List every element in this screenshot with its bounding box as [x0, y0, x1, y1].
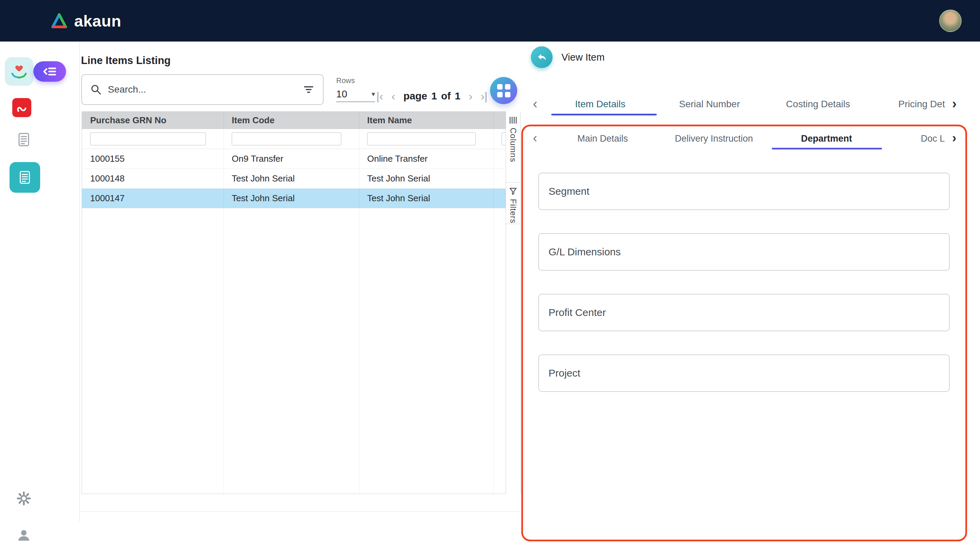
table-row-selected[interactable]: 1000147 Test John Serial Test John Seria…	[82, 189, 506, 208]
cell-item-name: Test John Serial	[359, 173, 493, 184]
chevron-down-icon: ▾	[372, 90, 375, 98]
column-header-item-code: Item Code	[224, 111, 359, 129]
secondary-tabs-scroll-left[interactable]: ‹	[533, 132, 537, 144]
column-separator	[493, 111, 494, 493]
filter-input-clipped[interactable]	[501, 132, 506, 145]
tab-item-details[interactable]: Item Details	[575, 99, 625, 110]
rows-per-page-label: Rows	[336, 76, 355, 85]
primary-tabs-scroll-left[interactable]: ‹	[533, 97, 537, 110]
cell-grn: 1000155	[82, 153, 224, 164]
filters-toggle[interactable]: Filters	[506, 182, 520, 224]
cell-item-name: Online Transfer	[359, 153, 493, 164]
back-arrow-icon	[536, 52, 547, 63]
table-filter-row	[82, 129, 506, 149]
filter-list-icon[interactable]	[302, 83, 315, 96]
tab-main-details[interactable]: Main Details	[578, 134, 628, 144]
secondary-active-tab-underline	[772, 148, 882, 150]
gear-icon	[16, 490, 32, 507]
document-icon	[16, 132, 32, 148]
field-gl-dimensions[interactable]: G/L Dimensions	[538, 233, 950, 271]
field-segment[interactable]: Segment	[538, 173, 950, 210]
column-header-purchase-grn-no: Purchase GRN No	[82, 111, 224, 129]
current-page-number: 1	[432, 90, 437, 102]
line-items-table: Purchase GRN No Item Code Item Name 1000…	[82, 111, 506, 494]
search-input[interactable]	[107, 84, 297, 95]
filter-funnel-icon	[509, 187, 517, 195]
sidebar-item-module[interactable]	[5, 57, 33, 86]
column-header-clipped	[493, 111, 506, 129]
primary-tabs-scroll-right[interactable]: ›	[952, 97, 957, 110]
menu-collapse-icon	[42, 64, 57, 79]
next-page-button[interactable]: ›	[469, 90, 472, 103]
akaun-logo-icon	[50, 13, 68, 29]
rows-per-page-value: 10	[336, 88, 347, 100]
sidebar-item-pdf[interactable]	[12, 98, 31, 117]
page-word: page	[403, 90, 427, 102]
secondary-tabs-scroll-right[interactable]: ›	[952, 132, 957, 144]
app-root: akaun	[0, 0, 980, 557]
hands-care-icon	[10, 62, 29, 81]
pagination: |‹ ‹ page 1 of 1 › ›|	[376, 88, 488, 104]
cell-grn: 1000148	[82, 173, 224, 184]
filter-input-purchase-grn-no[interactable]	[90, 132, 206, 145]
search-box	[81, 74, 324, 105]
panel-bottom-line	[79, 511, 521, 512]
tab-costing-details[interactable]: Costing Details	[786, 99, 850, 110]
user-avatar[interactable]	[939, 10, 962, 32]
page-indicator: page 1 of 1	[403, 90, 461, 102]
rows-per-page-select[interactable]: 10 ▾	[336, 86, 375, 102]
tab-pricing-details[interactable]: Pricing Det	[898, 99, 949, 110]
column-separator	[359, 111, 359, 493]
panel-divider	[79, 42, 80, 521]
sidebar-settings[interactable]	[15, 490, 32, 507]
tab-serial-number[interactable]: Serial Number	[679, 99, 740, 110]
columns-toggle[interactable]: Columns	[506, 111, 520, 182]
cell-item-code: On9 Transfer	[224, 153, 359, 164]
tab-delivery-instruction[interactable]: Delivery Instruction	[675, 134, 753, 144]
first-page-button[interactable]: |‹	[376, 90, 383, 103]
filter-input-item-code[interactable]	[232, 132, 341, 145]
field-project[interactable]: Project	[538, 354, 950, 392]
document-list-icon	[17, 169, 32, 185]
cell-item-code: Test John Serial	[224, 173, 359, 184]
back-button[interactable]	[531, 46, 553, 68]
cell-item-name: Test John Serial	[359, 193, 493, 204]
prev-page-button[interactable]: ‹	[391, 90, 395, 103]
tab-doc-link[interactable]: Doc L	[921, 134, 952, 144]
total-pages-number: 1	[455, 90, 461, 102]
sidebar-item-line-items-active[interactable]	[10, 162, 40, 193]
of-word: of	[441, 90, 451, 102]
filter-input-item-name[interactable]	[367, 132, 476, 145]
sidebar-profile[interactable]	[16, 527, 32, 543]
cell-grn: 1000147	[82, 193, 224, 204]
search-icon	[90, 84, 102, 95]
topbar: akaun	[0, 0, 980, 42]
table-side-rail: Columns Filters	[506, 111, 521, 494]
column-separator	[224, 111, 224, 493]
person-icon	[16, 528, 31, 543]
column-header-item-name: Item Name	[359, 111, 493, 129]
primary-active-tab-underline	[551, 114, 657, 116]
columns-label: Columns	[508, 128, 518, 163]
table-row[interactable]: 1000148 Test John Serial Test John Seria…	[82, 169, 506, 189]
apps-grid-button[interactable]	[490, 77, 517, 104]
pdf-icon	[16, 101, 28, 114]
cell-item-code: Test John Serial	[224, 193, 359, 204]
brand-name: akaun	[74, 11, 121, 30]
field-profit-center[interactable]: Profit Center	[538, 294, 950, 331]
columns-icon	[509, 116, 517, 124]
sidebar-item-documents[interactable]	[15, 131, 32, 148]
table-row[interactable]: 1000155 On9 Transfer Online Transfer	[82, 149, 506, 169]
sidebar-collapse-toggle[interactable]	[33, 61, 66, 82]
view-item-title: View Item	[561, 52, 605, 63]
tab-department[interactable]: Department	[801, 134, 852, 144]
table-header-row: Purchase GRN No Item Code Item Name	[82, 111, 506, 129]
filters-label: Filters	[508, 199, 518, 223]
page-title: Line Items Listing	[81, 54, 171, 67]
grid-icon	[497, 84, 510, 98]
last-page-button[interactable]: ›|	[481, 90, 488, 103]
brand: akaun	[50, 11, 121, 30]
